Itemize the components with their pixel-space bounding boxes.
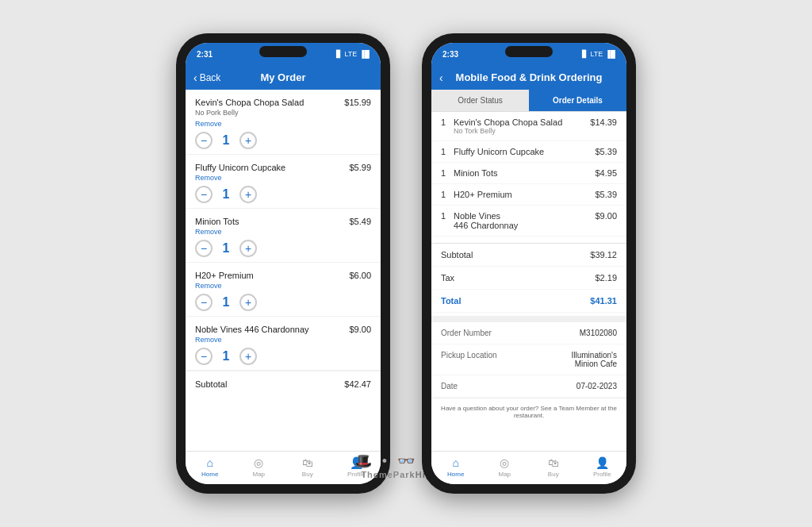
tax-value: $2.19	[595, 273, 617, 283]
qty-decrease-0[interactable]: −	[195, 132, 213, 149]
nav-buy-label-left: Buy	[302, 471, 313, 478]
pickup-label: Pickup Location	[441, 351, 497, 368]
pickup-row: Pickup Location Illumination'sMinion Caf…	[431, 344, 626, 375]
order-number-value: M3102080	[580, 329, 617, 337]
detail-name-4: Noble Vines446 Chardonnay	[454, 211, 590, 230]
detail-qty-0: 1	[441, 117, 449, 127]
detail-name-2: Minion Tots	[454, 168, 590, 178]
nav-home-left[interactable]: ⌂ Home	[186, 456, 235, 478]
info-section: Order Number M3102080 Pickup Location Il…	[431, 316, 626, 398]
buy-icon-right: 🛍	[548, 456, 559, 469]
header-title-left: My Order	[260, 71, 305, 83]
status-bar-left: 2:31 ▊ LTE ▐█	[186, 43, 381, 65]
qty-increase-4[interactable]: +	[239, 348, 257, 365]
order-item-header-0: Kevin's Chopa Chopa Salad $15.99	[195, 98, 371, 107]
qty-decrease-2[interactable]: −	[195, 240, 213, 257]
nav-home-right[interactable]: ⌂ Home	[431, 456, 481, 478]
tabs-bar-right: Order Status Order Details	[431, 90, 626, 112]
qty-increase-2[interactable]: +	[239, 240, 257, 257]
order-item-name-4: Noble Vines 446 Chardonnay	[195, 325, 349, 334]
order-item-header-2: Minion Tots $5.49	[195, 217, 371, 226]
battery-icon-right: ▐█	[605, 50, 615, 58]
tab-order-status[interactable]: Order Status	[431, 90, 529, 111]
nav-profile-right[interactable]: 👤 Profile	[578, 456, 627, 478]
qty-decrease-1[interactable]: −	[195, 186, 213, 203]
order-item-header-4: Noble Vines 446 Chardonnay $9.00	[195, 325, 371, 334]
nav-map-right[interactable]: ◎ Map	[481, 456, 530, 478]
nav-map-label-right: Map	[498, 471, 511, 478]
header-left: ‹ Back My Order	[186, 65, 381, 90]
map-icon-right: ◎	[500, 456, 509, 469]
detail-price-4: $9.00	[595, 211, 617, 221]
nav-map-label-left: Map	[252, 471, 265, 478]
order-item-header-3: H20+ Premium $6.00	[195, 271, 371, 280]
order-item-price-1: $5.99	[349, 163, 371, 172]
order-item-price-0: $15.99	[344, 98, 371, 107]
qty-value-1: 1	[220, 187, 232, 202]
detail-name-container-3: H20+ Premium	[454, 190, 590, 199]
status-time-right: 2:33	[442, 50, 458, 59]
lte-label-right: LTE	[590, 50, 603, 58]
remove-button-4[interactable]: Remove	[195, 336, 371, 344]
total-value: $41.31	[590, 296, 617, 306]
qty-increase-0[interactable]: +	[239, 132, 257, 149]
status-right-right: ▊ LTE ▐█	[582, 50, 615, 58]
detail-price-3: $5.39	[595, 190, 617, 199]
order-number-label: Order Number	[441, 329, 492, 337]
bottom-nav-left: ⌂ Home ◎ Map 🛍 Buy 👤 Profile	[186, 451, 381, 484]
qty-decrease-4[interactable]: −	[195, 348, 213, 365]
pickup-value: Illumination'sMinion Cafe	[572, 351, 618, 368]
back-label[interactable]: Back	[200, 72, 221, 83]
order-item-3: H20+ Premium $6.00 Remove − 1 +	[186, 263, 381, 317]
detail-price-2: $4.95	[595, 168, 617, 178]
total-label: Total	[441, 296, 461, 306]
detail-name-3: H20+ Premium	[454, 190, 590, 199]
detail-name-container-2: Minion Tots	[454, 168, 590, 178]
remove-button-2[interactable]: Remove	[195, 228, 371, 236]
detail-name-0: Kevin's Chopa Chopa Salad	[454, 117, 585, 127]
profile-icon-right: 👤	[596, 456, 609, 469]
detail-qty-3: 1	[441, 190, 449, 199]
qty-value-4: 1	[220, 349, 232, 364]
home-icon-right: ⌂	[453, 456, 459, 469]
nav-map-left[interactable]: ◎ Map	[235, 456, 284, 478]
nav-buy-right[interactable]: 🛍 Buy	[529, 456, 578, 478]
back-arrow-icon-right: ‹	[439, 71, 443, 84]
detail-qty-1: 1	[441, 147, 449, 156]
remove-button-3[interactable]: Remove	[195, 282, 371, 290]
detail-item-1: 1 Fluffy Unicorn Cupcake $5.39	[431, 141, 626, 163]
back-button-left[interactable]: ‹ Back	[193, 71, 220, 84]
order-item-4: Noble Vines 446 Chardonnay $9.00 Remove …	[186, 317, 381, 371]
nav-buy-left[interactable]: 🛍 Buy	[283, 456, 332, 478]
remove-button-0[interactable]: Remove	[195, 120, 371, 128]
signal-icon-left: ▊	[336, 50, 342, 58]
qty-increase-1[interactable]: +	[239, 186, 257, 203]
qty-decrease-3[interactable]: −	[195, 294, 213, 311]
nav-home-label-left: Home	[201, 471, 218, 478]
order-item-name-0: Kevin's Chopa Chopa Salad	[195, 98, 344, 107]
subtotal-label-left: Subtotal	[195, 379, 227, 389]
subtotal-label-right: Subtotal	[441, 250, 473, 260]
footer-note: Have a question about your order? See a …	[431, 398, 626, 425]
quantity-control-4: − 1 +	[195, 348, 371, 365]
summary-section: Subtotal $39.12 Tax $2.19 Total $41.31	[431, 243, 626, 313]
battery-icon-left: ▐█	[359, 50, 370, 58]
order-item-name-2: Minion Tots	[195, 217, 349, 226]
tab-order-details[interactable]: Order Details	[529, 90, 626, 111]
back-button-right[interactable]: ‹	[439, 71, 443, 84]
remove-button-1[interactable]: Remove	[195, 174, 371, 182]
order-item-price-3: $6.00	[349, 271, 371, 280]
detail-qty-2: 1	[441, 168, 449, 178]
lte-label-left: LTE	[344, 50, 357, 58]
qty-increase-3[interactable]: +	[239, 294, 257, 311]
tax-row: Tax $2.19	[431, 267, 626, 290]
detail-item-0: 1 Kevin's Chopa Chopa Salad No Tork Bell…	[431, 112, 626, 141]
order-number-row: Order Number M3102080	[431, 322, 626, 344]
order-details-content: 1 Kevin's Chopa Chopa Salad No Tork Bell…	[431, 112, 626, 451]
order-item-1: Fluffy Unicorn Cupcake $5.99 Remove − 1 …	[186, 155, 381, 209]
phone-left-inner: 2:31 ▊ LTE ▐█ ‹ Back My Order	[186, 43, 381, 484]
page-container: 2:31 ▊ LTE ▐█ ‹ Back My Order	[0, 0, 812, 527]
quantity-control-3: − 1 +	[195, 294, 371, 311]
date-row: Date 07-02-2023	[431, 375, 626, 398]
notch-pill-left	[259, 46, 307, 57]
